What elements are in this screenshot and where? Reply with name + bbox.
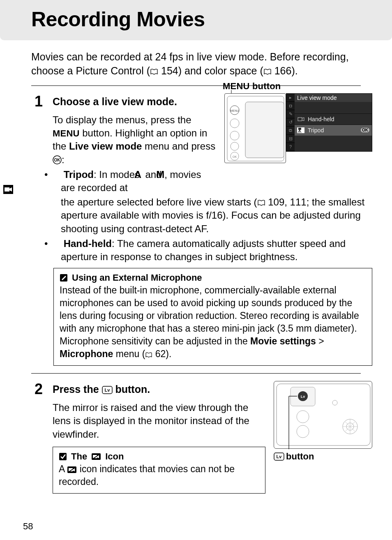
camera-back-diagram: MENU OK [224,93,286,163]
step-body-text: The mirror is raised and the view throug… [53,401,265,441]
book-icon [263,69,272,75]
bullet-tripod-continued: the aperture selected before live view s… [53,196,372,235]
svg-rect-13 [298,118,302,121]
menu-screenshot: ▸ ◘ ✎ ↺ ⧉ ⊟ ? Live view mode [286,93,372,152]
menu-tab-pencil-icon: ✎ [286,110,295,118]
menu-tab-help-icon: ? [286,143,295,151]
intro-paragraph: Movies can be recorded at 24 fps in live… [0,50,392,78]
menu-tab-wrench-icon: ↺ [286,118,295,127]
menu-tab-mymenu-icon: ⊟ [286,135,295,143]
svg-rect-5 [245,102,284,158]
step-heading: Choose a live view mode. [53,96,218,108]
menu-item-tripod: Tripod OK [295,125,372,136]
svg-text:MENU: MENU [231,109,239,112]
page-number: 58 [23,521,33,532]
manual-page: Recording Movies Movies can be recorded … [0,0,392,540]
book-icon [145,352,152,358]
step-number: 2 [31,382,46,494]
menu-item-handheld: Hand-held [295,113,372,125]
svg-text:Lv: Lv [104,388,110,392]
bullet-handheld: Hand-held: The camera automatically adju… [53,237,372,264]
callout-external-mic: Using an External Microphone Instead of … [53,268,372,366]
svg-text:Lv: Lv [301,395,305,399]
svg-rect-14 [298,128,301,130]
divider [31,85,361,86]
step-heading: Press the Lv button. [53,383,265,395]
step-1: 1 Choose a live view mode. To display th… [0,93,392,264]
lv-icon: Lv [102,386,113,394]
figure-step1: MENU OK ▸ [224,93,372,163]
figure-step2: Lv Lv button [274,381,372,462]
tripod-icon [297,127,304,133]
svg-text:OK: OK [233,155,237,158]
step-number: 1 [31,94,46,264]
camera-back-diagram-2: Lv [274,381,372,449]
menu-tab-camera-icon: ◘ [286,102,295,110]
caution-icon [59,452,67,461]
step1-bullets: Tripod: In modes A and M, movies are rec… [53,168,218,195]
section-header: Recording Movies [0,0,392,40]
lv-button-label: Lv button [274,451,372,462]
note-icon [60,274,68,282]
no-movie-icon [91,453,101,460]
callout-body: Instead of the built-in microphone, comm… [60,284,366,360]
book-icon [150,69,158,75]
lv-icon: Lv [274,452,284,461]
callout-no-movie-icon: The Icon A icon indicates that movies ca… [53,447,265,494]
page-title: Recording Movies [31,7,392,31]
menu-title: Live view mode [295,94,372,102]
handheld-icon [297,116,304,122]
svg-text:Lv: Lv [277,454,282,459]
menu-tab-retouch-icon: ⧉ [286,127,295,135]
svg-rect-18 [59,453,67,460]
bullet-tripod: Tripod: In modes A and M, movies are rec… [53,168,218,195]
ok-badge: OK [361,128,369,132]
book-icon [257,200,265,206]
menu-tabs: ▸ ◘ ✎ ↺ ⧉ ⊟ ? [286,94,295,151]
no-movie-icon [67,466,77,473]
ok-button-icon: OK [53,155,62,164]
divider [31,373,361,374]
svg-text:OK: OK [54,158,61,162]
step-2: 2 Press the Lv button. The mirror is rai… [0,381,392,494]
menu-tab-play-icon: ▸ [286,94,295,102]
step-body-text: To display the menus, press the MENU but… [53,113,218,167]
